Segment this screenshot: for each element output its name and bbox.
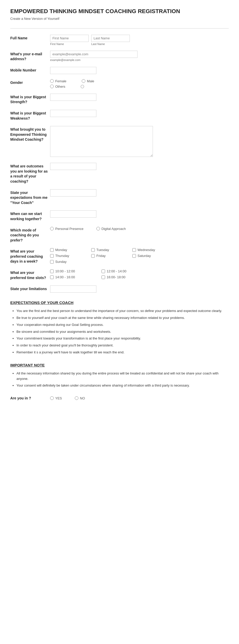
time-10-12-checkbox[interactable] (50, 270, 54, 273)
mobile-control (50, 67, 229, 74)
time-row: What are your preferred time slots? 10:0… (10, 269, 229, 280)
gender-male[interactable]: Male (82, 79, 94, 83)
last-name-input[interactable] (91, 35, 130, 42)
expectations-item-6: In order to reach your desired goal you'… (16, 343, 229, 348)
mode-control: Personal Presence Digital Approach (50, 227, 229, 231)
day-thursday-checkbox[interactable] (50, 254, 54, 258)
email-hint: example@example.com (50, 58, 229, 61)
start-input[interactable] (50, 210, 96, 218)
time-label: What are your preferred time slots? (10, 269, 50, 280)
outcomes-input[interactable] (50, 163, 96, 170)
expectations-item-2: Be true to yourself and your coach at th… (16, 315, 229, 321)
weakness-input[interactable] (50, 110, 96, 117)
email-control: example@example.com (50, 51, 229, 61)
limitations-row: State your limitations (10, 285, 229, 293)
gender-female[interactable]: Female (50, 79, 66, 83)
day-friday-label: Friday (96, 254, 106, 258)
time-12-14-checkbox[interactable] (102, 270, 105, 273)
full-name-control: First Name Last Name (50, 35, 229, 46)
day-monday-checkbox[interactable] (50, 248, 54, 252)
gender-others-radio[interactable] (50, 85, 54, 88)
page-title: EMPOWERED THINKING MINDSET COACHING REGI… (10, 8, 229, 15)
gender-male-radio[interactable] (82, 79, 85, 83)
strength-row: What is your Biggest Strength? (10, 94, 229, 105)
time-16-18[interactable]: 16:00- 18:00 (102, 275, 145, 279)
days-label: What are your preferred coaching days in… (10, 248, 50, 264)
limitations-input[interactable] (50, 285, 96, 293)
strength-input[interactable] (50, 94, 96, 101)
day-sunday[interactable]: Sunday (50, 260, 91, 264)
gender-female-radio[interactable] (50, 79, 54, 83)
start-row: When can we start working together? (10, 210, 229, 221)
last-name-hint: Last Name (91, 42, 130, 46)
day-friday[interactable]: Friday (91, 254, 132, 258)
expectations-heading: EXPECTATIONS OF YOUR COACH (10, 300, 229, 305)
mode-personal-label: Personal Presence (55, 227, 84, 231)
are-you-in-yes-radio[interactable] (50, 396, 54, 400)
weakness-label: What is your Biggest Weakness? (10, 110, 50, 121)
full-name-label: Full Name (10, 35, 50, 41)
day-friday-checkbox[interactable] (91, 254, 95, 258)
days-row: What are your preferred coaching days in… (10, 248, 229, 264)
expectations-item-1: You are the first and the best person to… (16, 308, 229, 314)
first-name-input[interactable] (50, 35, 89, 42)
mode-row: Which mode of coaching do you prefer? Pe… (10, 227, 229, 243)
are-you-in-no-radio[interactable] (75, 396, 78, 400)
expectations-label: State your expectations from me "Your Co… (10, 189, 50, 205)
page-subtitle: Create a New Version of Yourself (10, 17, 229, 21)
mode-digital-label: Digital Approach (102, 227, 126, 231)
expectations-row: State your expectations from me "Your Co… (10, 189, 229, 205)
day-thursday-label: Thursday (55, 254, 69, 258)
mode-personal-radio[interactable] (50, 227, 54, 230)
gender-male-label: Male (87, 79, 94, 83)
mode-personal[interactable]: Personal Presence (50, 227, 84, 231)
day-tuesday[interactable]: Tuesday (91, 248, 132, 252)
time-12-14[interactable]: 12:00 - 14:00 (102, 269, 145, 273)
day-wednesday-checkbox[interactable] (132, 248, 136, 252)
brought-control (50, 126, 229, 158)
email-input[interactable] (50, 51, 137, 58)
mode-digital[interactable]: Digital Approach (96, 227, 126, 231)
time-16-18-checkbox[interactable] (102, 275, 105, 279)
day-saturday-label: Saturday (137, 254, 151, 258)
gender-female-label: Female (55, 79, 66, 83)
day-monday[interactable]: Monday (50, 248, 91, 252)
time-10-12[interactable]: 10:00 - 12:00 (50, 269, 94, 273)
day-saturday[interactable]: Saturday (132, 254, 173, 258)
day-tuesday-label: Tuesday (96, 248, 109, 252)
important-note-item-2: Your consent will definitely be taken un… (16, 383, 229, 388)
expectations-item-3: Your cooperation required during our Goa… (16, 322, 229, 328)
time-14-16[interactable]: 14:00 - 16:00 (50, 275, 94, 279)
day-sunday-label: Sunday (55, 260, 67, 264)
expectations-control (50, 189, 229, 196)
brought-textarea[interactable] (50, 126, 153, 157)
start-label: When can we start working together? (10, 210, 50, 221)
time-12-14-label: 12:00 - 14:00 (107, 269, 126, 273)
outcomes-control (50, 163, 229, 170)
are-you-in-no-label: NO (80, 396, 85, 400)
time-14-16-checkbox[interactable] (50, 275, 54, 279)
weakness-control (50, 110, 229, 117)
mobile-input[interactable] (50, 67, 96, 74)
day-tuesday-checkbox[interactable] (91, 248, 95, 252)
mode-digital-radio[interactable] (96, 227, 100, 230)
gender-others[interactable]: Others (50, 85, 65, 88)
day-saturday-checkbox[interactable] (132, 254, 136, 258)
start-control (50, 210, 229, 218)
day-sunday-checkbox[interactable] (50, 260, 54, 264)
day-monday-label: Monday (55, 248, 67, 252)
outcomes-label: What are outcomes you are looking for as… (10, 163, 50, 184)
gender-extra-radio[interactable] (81, 85, 84, 88)
brought-row: What brought you to Empowered Thinking M… (10, 126, 229, 158)
gender-control: Female Male Others (50, 79, 229, 88)
gender-label: Gender (10, 79, 50, 85)
are-you-in-options: YES NO (50, 396, 85, 400)
are-you-in-no[interactable]: NO (75, 396, 85, 400)
are-you-in-yes[interactable]: YES (50, 396, 62, 400)
day-thursday[interactable]: Thursday (50, 254, 91, 258)
expectations-input[interactable] (50, 189, 96, 196)
limitations-control (50, 285, 229, 293)
day-wednesday[interactable]: Wednesday (132, 248, 173, 252)
important-note-item-1: All the necessary information shared by … (16, 371, 229, 382)
gender-extra[interactable] (81, 85, 84, 88)
